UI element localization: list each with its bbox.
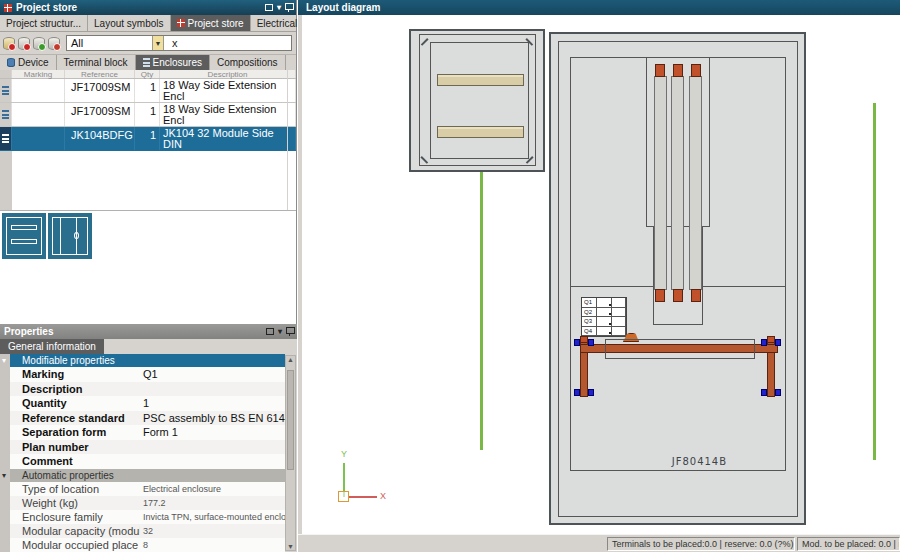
vertical-busbar <box>671 76 684 290</box>
axis-x-label: X <box>380 491 386 501</box>
document-tabs: Project structur... Layout symbols Proje… <box>0 15 296 32</box>
property-row: Enclosure familyInvicta TPN, surface-mou… <box>10 510 285 524</box>
property-row: Reference standardPSC assembly to BS EN … <box>10 411 285 426</box>
device-icon <box>7 58 15 67</box>
cell-reference: JF17009SM <box>65 79 135 102</box>
pin-icon[interactable] <box>285 3 292 12</box>
table-row[interactable]: JF17009SM 1 18 Way Side Extension EnclDI… <box>0 79 296 103</box>
tab-device[interactable]: Device <box>0 55 57 70</box>
database-import-icon[interactable] <box>33 37 45 50</box>
col-description[interactable]: Description <box>160 70 296 78</box>
col-marking[interactable]: Marking <box>12 70 65 78</box>
col-reference[interactable]: Reference <box>65 70 135 78</box>
busbar-clamp <box>761 339 767 346</box>
tab-layout-symbols[interactable]: Layout symbols <box>88 15 170 31</box>
tab-general-information[interactable]: General information <box>0 339 104 354</box>
category-tabs: Device Terminal block Enclosures Composi… <box>0 55 296 70</box>
tab-enclosures[interactable]: Enclosures <box>136 55 210 70</box>
window-menu-icon[interactable]: ▾ <box>278 328 282 336</box>
busbar-connector <box>673 64 683 77</box>
cad-canvas[interactable]: Q1 Q2 Q3 Q4 <box>298 15 900 534</box>
busbar-clamp <box>775 389 781 396</box>
device-schedule-table: Q1 Q2 Q3 Q4 <box>581 297 627 337</box>
cell-reference: JK104BDFG <box>65 127 135 150</box>
property-row: Quantity1 <box>10 396 285 411</box>
combo-dropdown-icon[interactable]: ▼ <box>152 36 164 50</box>
guide-line-right <box>873 103 876 460</box>
property-row: Type of locationElectrical enclosure <box>10 482 285 496</box>
cell-description: 18 Way Side Extension EnclDIN 96 x 9 <box>160 79 296 102</box>
layout-diagram-panel: Layout diagram <box>298 0 900 552</box>
enclosure-reference-label: JF80414B <box>672 456 727 467</box>
database-apply-icon[interactable] <box>48 37 60 50</box>
tab-terminal-block[interactable]: Terminal block <box>57 55 136 70</box>
table-row-selected[interactable]: JK104BDFG 1 JK104 32 Module Side DINbox … <box>0 127 296 151</box>
diagram-title: Layout diagram <box>306 2 380 13</box>
database-search-icon[interactable] <box>18 37 30 50</box>
side-extension-enclosure[interactable] <box>409 29 545 172</box>
app-window: Project store ▾ Project structur... Layo… <box>0 0 900 552</box>
pin-icon[interactable] <box>286 327 293 336</box>
busbar-connector <box>655 64 665 77</box>
properties-grid: ▾ Modifiable properties MarkingQ1 Descri… <box>0 354 285 552</box>
section-automatic-properties[interactable]: ▾ Automatic properties <box>10 469 285 482</box>
busbar-connector <box>691 289 701 302</box>
door-handle-glyph <box>74 232 79 239</box>
din-rail <box>437 74 524 86</box>
busbar-clamp <box>574 389 580 396</box>
mounting-panel: Q1 Q2 Q3 Q4 <box>570 57 786 471</box>
cell-qty: 1 <box>135 127 160 150</box>
thumbnail-front-view[interactable] <box>2 213 46 259</box>
scroll-down-icon[interactable]: ▼ <box>287 543 294 550</box>
cell-qty: 1 <box>135 79 160 102</box>
main-enclosure[interactable]: Q1 Q2 Q3 Q4 <box>549 32 806 525</box>
dropper-cap <box>580 336 588 343</box>
cell-reference: JF17009SM <box>65 103 135 126</box>
project-store-tab-icon <box>177 19 185 27</box>
busbar-cover-outline <box>605 339 755 359</box>
store-toolbar: All ▼ x <box>0 32 296 55</box>
preview-thumbnails <box>0 210 296 324</box>
cell-description: JK104 32 Module Side DINbox Glazed <box>160 127 296 150</box>
collapse-icon[interactable]: ▾ <box>2 356 6 365</box>
property-row: Comment <box>10 454 285 469</box>
status-bar: Terminals to be placed:0.0 | reserve: 0.… <box>298 534 900 552</box>
dropper-cap <box>767 336 775 343</box>
filter-value[interactable]: All <box>67 37 152 49</box>
scrollbar-thumb[interactable] <box>287 370 294 470</box>
vertical-busbar <box>689 76 702 290</box>
table-scrollbar[interactable] <box>287 70 288 210</box>
float-window-icon[interactable] <box>265 4 273 11</box>
window-menu-icon[interactable]: ▾ <box>277 4 281 12</box>
filter-combobox: All ▼ x <box>66 35 292 51</box>
thumbnail-side-view[interactable] <box>48 213 92 259</box>
busbar-connector <box>691 64 701 77</box>
table-row[interactable]: JF17009SM 1 18 Way Side Extension EnclDI… <box>0 103 296 127</box>
scroll-up-icon[interactable]: ▲ <box>287 356 294 363</box>
collapse-icon[interactable]: ▾ <box>2 471 6 480</box>
axis-y-label: Y <box>341 449 347 459</box>
status-terminals: Terminals to be placed:0.0 | reserve: 0.… <box>607 537 795 551</box>
property-row: Modular capacity (module)32 <box>10 524 285 538</box>
section-modifiable-properties[interactable]: ▾ Modifiable properties <box>10 354 285 367</box>
enclosure-row-icon <box>2 86 9 95</box>
tab-project-store[interactable]: Project store <box>171 15 251 31</box>
properties-titlebar: Properties ▾ <box>0 324 297 339</box>
col-qty[interactable]: Qty <box>135 70 160 78</box>
property-row: Weight (kg)177.2 <box>10 496 285 510</box>
busbar-clamp <box>588 339 594 346</box>
busbar-clamp <box>588 389 594 396</box>
panel-title: Project store <box>16 2 77 13</box>
property-row: Description <box>10 382 285 397</box>
properties-scrollbar[interactable]: ▲ ▼ <box>285 355 296 551</box>
filter-clear-button[interactable]: x <box>164 37 178 49</box>
axis-x-line <box>349 496 377 498</box>
property-row: Separation formForm 1 <box>10 425 285 440</box>
enclosure-row-icon <box>2 134 9 143</box>
tab-project-structure[interactable]: Project structur... <box>0 15 88 31</box>
float-window-icon[interactable] <box>266 328 274 335</box>
properties-panel: Properties ▾ General information ▾ Modif… <box>0 324 297 552</box>
database-remove-icon[interactable] <box>3 37 15 50</box>
table-header: Marking Reference Qty Description <box>0 70 296 79</box>
project-store-titlebar: Project store ▾ <box>0 0 296 15</box>
